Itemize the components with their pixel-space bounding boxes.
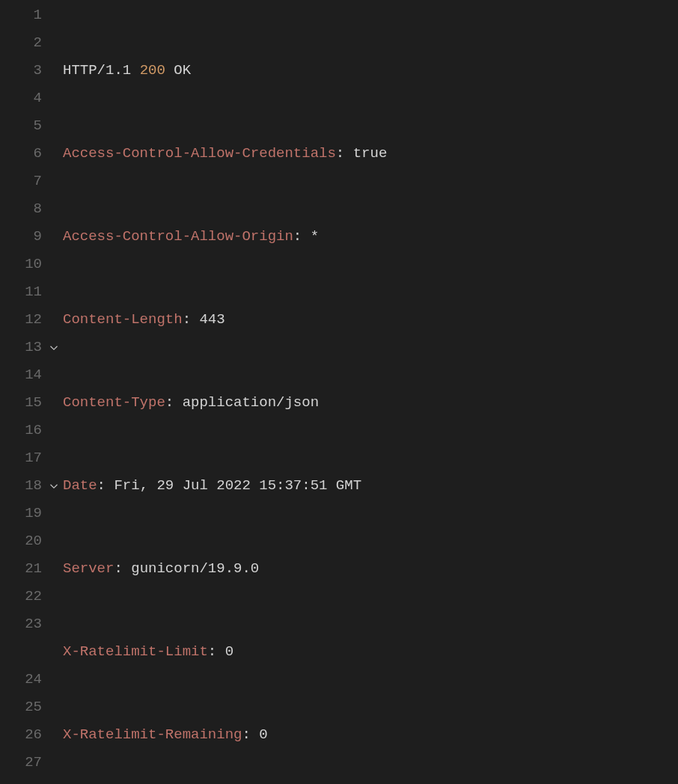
code-line[interactable]: X-Ratelimit-Remaining: 0 [63, 721, 678, 749]
header-key: Content-Length [63, 311, 183, 328]
line-number: 25 [0, 693, 42, 721]
chevron-down-icon [49, 343, 58, 352]
line-number: 13 [0, 334, 42, 361]
line-number [0, 638, 42, 666]
line-number: 18 [0, 472, 42, 500]
header-key: X-Ratelimit-Remaining [63, 726, 242, 743]
header-value: application/json [183, 394, 319, 411]
code-line[interactable]: HTTP/1.1 200 OK [63, 57, 678, 85]
line-number: 7 [0, 168, 42, 195]
line-number: 4 [0, 85, 42, 112]
line-number-gutter: 1 2 3 4 5 6 7 8 9 10 11 12 13 14 15 16 1… [0, 1, 46, 784]
line-number: 17 [0, 444, 42, 472]
line-number: 23 [0, 610, 42, 638]
header-key: Server [63, 560, 114, 577]
line-number: 8 [0, 195, 42, 223]
line-number: 14 [0, 361, 42, 389]
header-value: 443 [199, 311, 225, 328]
header-key: Date [63, 477, 97, 494]
code-line[interactable]: Content-Length: 443 [63, 306, 678, 334]
header-value: true [353, 145, 388, 162]
line-number: 21 [0, 555, 42, 583]
header-value: 0 [225, 643, 233, 660]
header-value: gunicorn/19.9.0 [131, 560, 259, 577]
header-key: Content-Type [63, 394, 165, 411]
line-number: 28 [0, 777, 42, 784]
line-number: 6 [0, 140, 42, 168]
code-line[interactable]: Access-Control-Allow-Origin: * [63, 223, 678, 251]
code-line[interactable]: Content-Type: application/json [63, 389, 678, 417]
fold-toggle[interactable] [46, 472, 61, 500]
line-number: 10 [0, 251, 42, 278]
line-number: 20 [0, 527, 42, 555]
http-protocol: HTTP/1.1 [63, 62, 131, 79]
line-number: 22 [0, 583, 42, 610]
header-value: Fri, 29 Jul 2022 15:37:51 GMT [114, 477, 361, 494]
line-number: 1 [0, 1, 42, 29]
line-number: 19 [0, 500, 42, 527]
line-number: 5 [0, 112, 42, 140]
header-key: Access-Control-Allow-Origin [63, 228, 293, 245]
http-status-code: 200 [140, 62, 165, 79]
fold-toggle[interactable] [46, 334, 61, 361]
header-value: * [311, 228, 319, 245]
line-number: 2 [0, 29, 42, 57]
line-number: 15 [0, 389, 42, 417]
code-content[interactable]: HTTP/1.1 200 OK Access-Control-Allow-Cre… [61, 1, 678, 784]
code-line[interactable]: X-Ratelimit-Limit: 0 [63, 638, 678, 666]
line-number: 11 [0, 278, 42, 306]
line-number: 26 [0, 721, 42, 749]
http-status-reason: OK [174, 62, 191, 79]
line-number: 9 [0, 223, 42, 251]
line-number: 24 [0, 666, 42, 693]
header-key: X-Ratelimit-Limit [63, 643, 208, 660]
code-editor: 1 2 3 4 5 6 7 8 9 10 11 12 13 14 15 16 1… [0, 0, 678, 784]
header-key: Access-Control-Allow-Credentials [63, 145, 336, 162]
line-number: 3 [0, 57, 42, 85]
line-number: 16 [0, 417, 42, 444]
code-line[interactable]: Access-Control-Allow-Credentials: true [63, 140, 678, 168]
chevron-down-icon [49, 482, 58, 491]
header-value: 0 [259, 726, 267, 743]
line-number: 12 [0, 306, 42, 334]
code-line[interactable]: Date: Fri, 29 Jul 2022 15:37:51 GMT [63, 472, 678, 500]
code-line[interactable]: Server: gunicorn/19.9.0 [63, 555, 678, 583]
fold-gutter [46, 1, 61, 784]
line-number: 27 [0, 749, 42, 777]
